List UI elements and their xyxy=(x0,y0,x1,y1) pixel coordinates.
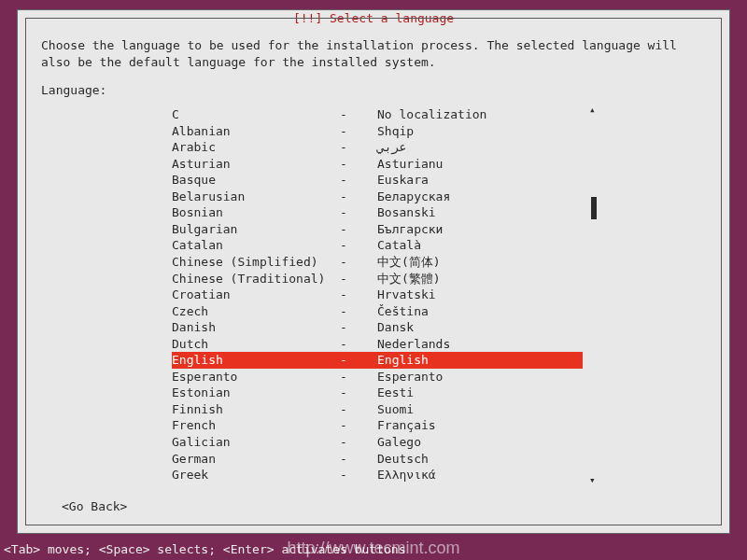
language-name: Dutch xyxy=(172,336,340,353)
separator: - xyxy=(340,287,377,303)
language-native: Suomi xyxy=(377,401,583,418)
separator: - xyxy=(340,172,377,189)
separator: - xyxy=(340,319,377,336)
language-name: Catalan xyxy=(172,237,340,254)
separator: - xyxy=(340,352,377,369)
language-native: 中文(繁體) xyxy=(377,271,583,287)
separator: - xyxy=(340,385,377,401)
language-name: German xyxy=(172,451,340,468)
language-name: Finnish xyxy=(172,401,340,418)
language-native: Nederlands xyxy=(377,336,583,353)
separator: - xyxy=(340,271,377,287)
language-option[interactable]: Dutch-Nederlands xyxy=(172,336,583,353)
language-native: Eesti xyxy=(377,385,583,401)
separator: - xyxy=(340,189,377,205)
separator: - xyxy=(340,417,377,434)
separator: - xyxy=(340,123,377,140)
language-option[interactable]: English-English xyxy=(172,352,583,369)
scroll-up-icon[interactable]: ▴ xyxy=(589,105,596,115)
language-option[interactable]: Bosnian-Bosanski xyxy=(172,204,583,221)
language-name: Czech xyxy=(172,303,340,320)
language-option[interactable]: Finnish-Suomi xyxy=(172,401,583,418)
separator: - xyxy=(340,204,377,221)
language-name: Belarusian xyxy=(172,189,340,205)
language-native: Català xyxy=(377,237,583,254)
language-option[interactable]: Albanian-Shqip xyxy=(172,123,583,140)
language-name: Chinese (Traditional) xyxy=(172,271,340,287)
language-name: Basque xyxy=(172,172,340,189)
language-native: Dansk xyxy=(377,319,583,336)
language-option[interactable]: Greek-Ελληνικά xyxy=(172,467,583,483)
language-name: Arabic xyxy=(172,139,340,156)
language-option[interactable]: Chinese (Traditional)-中文(繁體) xyxy=(172,271,583,287)
separator: - xyxy=(340,254,377,271)
language-name: Danish xyxy=(172,319,340,336)
language-name: Chinese (Simplified) xyxy=(172,254,340,271)
language-option[interactable]: C-No localization xyxy=(172,106,583,123)
language-name: French xyxy=(172,417,340,434)
language-list[interactable]: C-No localizationAlbanian-ShqipArabic-عر… xyxy=(172,106,583,483)
scrollbar[interactable]: ▴ ▾ xyxy=(590,106,598,483)
language-name: Greek xyxy=(172,467,340,483)
language-option[interactable]: Bulgarian-Български xyxy=(172,221,583,238)
language-native: Esperanto xyxy=(377,369,583,385)
language-option[interactable]: Catalan-Català xyxy=(172,237,583,254)
language-option[interactable]: Estonian-Eesti xyxy=(172,385,583,401)
separator: - xyxy=(340,106,377,123)
language-name: Estonian xyxy=(172,385,340,401)
language-name: Bosnian xyxy=(172,204,340,221)
language-native: Беларуская xyxy=(377,189,583,205)
language-native: عربي xyxy=(377,139,583,156)
language-option[interactable]: French-Français xyxy=(172,417,583,434)
language-native: Français xyxy=(377,417,583,434)
separator: - xyxy=(340,451,377,468)
language-native: Čeština xyxy=(377,303,583,320)
language-native: Hrvatski xyxy=(377,287,583,303)
select-language-dialog: [!!] Select a language Choose the langua… xyxy=(17,9,730,534)
separator: - xyxy=(340,303,377,320)
separator: - xyxy=(340,434,377,451)
language-name: Croatian xyxy=(172,287,340,303)
language-name: C xyxy=(172,106,340,123)
status-bar: <Tab> moves; <Space> selects; <Enter> ac… xyxy=(0,542,747,556)
separator: - xyxy=(340,156,377,173)
language-option[interactable]: Basque-Euskara xyxy=(172,172,583,189)
language-name: Asturian xyxy=(172,156,340,173)
language-native: Galego xyxy=(377,434,583,451)
language-option[interactable]: German-Deutsch xyxy=(172,451,583,468)
language-option[interactable]: Asturian-Asturianu xyxy=(172,156,583,173)
dialog-inner: Choose the language to be used for the i… xyxy=(25,18,722,525)
separator: - xyxy=(340,237,377,254)
language-name: Bulgarian xyxy=(172,221,340,238)
language-native: Deutsch xyxy=(377,451,583,468)
installer-screen: [!!] Select a language Choose the langua… xyxy=(0,0,747,560)
scroll-thumb[interactable] xyxy=(591,197,597,219)
instructions-text: Choose the language to be used for the i… xyxy=(41,37,706,70)
separator: - xyxy=(340,221,377,238)
language-name: Galician xyxy=(172,434,340,451)
language-native: Shqip xyxy=(377,123,583,140)
separator: - xyxy=(340,467,377,483)
separator: - xyxy=(340,401,377,418)
language-option[interactable]: Chinese (Simplified)-中文(简体) xyxy=(172,254,583,271)
language-native: English xyxy=(377,352,583,369)
language-option[interactable]: Arabic-عربي xyxy=(172,139,583,156)
language-option[interactable]: Belarusian-Беларуская xyxy=(172,189,583,205)
language-option[interactable]: Czech-Čeština xyxy=(172,303,583,320)
language-option[interactable]: Danish-Dansk xyxy=(172,319,583,336)
language-label: Language: xyxy=(41,83,706,97)
language-native: 中文(简体) xyxy=(377,254,583,271)
language-native: Euskara xyxy=(377,172,583,189)
separator: - xyxy=(340,139,377,156)
separator: - xyxy=(340,336,377,353)
language-native: Ελληνικά xyxy=(377,467,583,483)
language-option[interactable]: Croatian-Hrvatski xyxy=(172,287,583,303)
language-option[interactable]: Galician-Galego xyxy=(172,434,583,451)
go-back-button[interactable]: <Go Back> xyxy=(62,499,127,513)
language-name: English xyxy=(172,352,340,369)
scroll-down-icon[interactable]: ▾ xyxy=(589,475,596,485)
language-name: Esperanto xyxy=(172,369,340,385)
language-native: Asturianu xyxy=(377,156,583,173)
separator: - xyxy=(340,369,377,385)
language-option[interactable]: Esperanto-Esperanto xyxy=(172,369,583,385)
